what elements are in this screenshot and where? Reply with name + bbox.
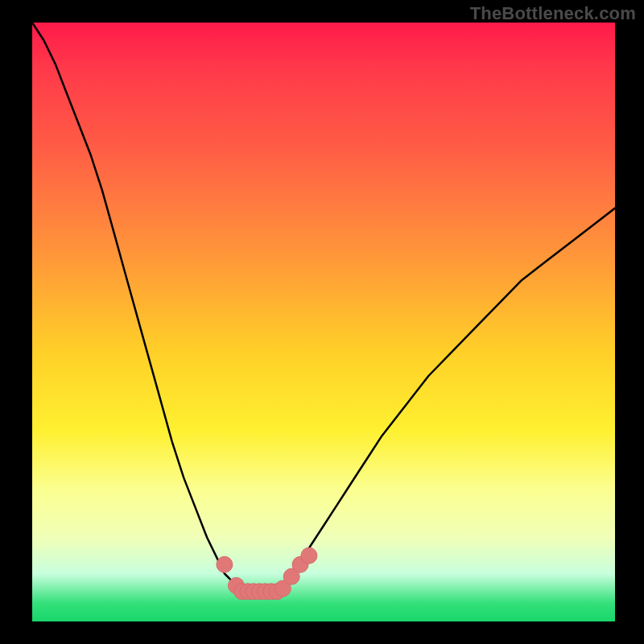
- data-marker: [301, 547, 317, 564]
- watermark-text: TheBottleneck.com: [470, 3, 636, 24]
- data-markers: [217, 547, 317, 600]
- data-marker: [217, 556, 233, 572]
- chart-frame: TheBottleneck.com: [0, 0, 644, 644]
- bottleneck-curve: [32, 23, 615, 592]
- plot-area: [32, 23, 615, 621]
- curve-svg: [32, 23, 615, 621]
